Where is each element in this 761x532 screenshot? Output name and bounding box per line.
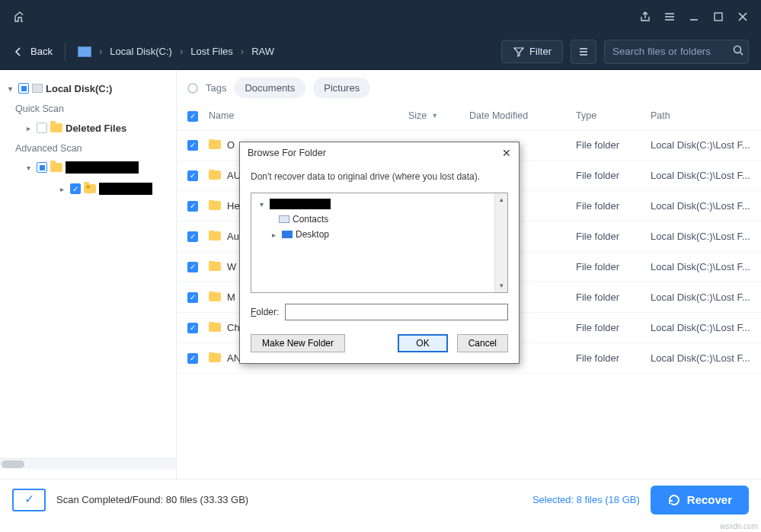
row-checkbox[interactable]: ✓ <box>187 201 198 212</box>
watermark: wsxdn.com <box>720 522 758 530</box>
share-button[interactable] <box>633 5 657 29</box>
folder-node-desktop[interactable]: ▸ Desktop <box>253 227 506 242</box>
row-checkbox[interactable]: ✓ <box>187 262 198 272</box>
row-name: W <box>227 261 236 272</box>
row-checkbox[interactable]: ✓ <box>187 323 198 333</box>
make-new-folder-button[interactable]: Make New Folder <box>251 334 345 352</box>
row-name: He <box>227 200 240 212</box>
crumb-2[interactable]: RAW <box>251 46 274 57</box>
row-name: Au <box>227 231 239 242</box>
back-button[interactable]: Back <box>12 46 53 58</box>
share-icon <box>639 11 651 23</box>
maximize-button[interactable] <box>706 5 731 29</box>
tree-root[interactable]: ▾ Local Disk(C:) <box>0 78 176 99</box>
ok-button[interactable]: OK <box>398 334 447 352</box>
chevron-right-icon[interactable]: ▸ <box>23 124 34 132</box>
funnel-icon <box>513 46 525 58</box>
col-size[interactable]: Size▼ <box>408 110 469 121</box>
folder-icon <box>209 292 221 301</box>
col-type[interactable]: Type <box>576 110 651 121</box>
row-checkbox[interactable]: ✓ <box>187 353 198 364</box>
search-button[interactable] <box>732 44 744 59</box>
advanced-scan-section: Advanced Scan <box>0 139 176 157</box>
minimize-button[interactable] <box>682 5 706 29</box>
chevron-right-icon[interactable]: ▸ <box>268 231 279 239</box>
quick-scan-section: Quick Scan <box>0 99 176 117</box>
row-type: File folder <box>576 352 651 364</box>
row-type: File folder <box>576 170 651 181</box>
checkbox[interactable]: ✓ <box>70 183 81 194</box>
close-icon <box>737 11 749 23</box>
tree-advanced-2[interactable]: ▸ ✓ <box>0 178 176 199</box>
search-icon <box>732 44 744 56</box>
tree-advanced-1[interactable]: ▾ <box>0 157 176 178</box>
disk-icon <box>78 46 91 57</box>
chevron-down-icon[interactable]: ▾ <box>23 164 34 172</box>
row-type: File folder <box>576 231 651 242</box>
dialog-title: Browse For Folder <box>248 148 326 158</box>
row-type: File folder <box>576 322 651 333</box>
tags-label: Tags <box>206 82 226 94</box>
home-button[interactable] <box>6 5 30 29</box>
row-checkbox[interactable]: ✓ <box>187 292 198 303</box>
chevron-down-icon[interactable]: ▾ <box>5 84 15 93</box>
status-bar: Scan Completed/Found: 80 files (33.33 GB… <box>0 479 761 520</box>
recover-button[interactable]: Recover <box>651 486 749 514</box>
viewmode-list-button[interactable] <box>571 40 596 64</box>
checkbox[interactable] <box>37 162 47 173</box>
select-all-checkbox[interactable]: ✓ <box>187 111 198 122</box>
cancel-button[interactable]: Cancel <box>457 334 508 352</box>
checkbox[interactable] <box>37 123 47 133</box>
row-path: Local Disk(C:)\Lost F... <box>651 322 750 333</box>
browse-folder-dialog: Browse For Folder ✕ Don't recover data t… <box>239 142 520 364</box>
row-type: File folder <box>576 139 651 151</box>
col-date[interactable]: Date Modified <box>469 110 576 121</box>
row-path: Local Disk(C:)\Lost F... <box>651 200 750 212</box>
folder-icon <box>209 323 221 332</box>
row-path: Local Disk(C:)\Lost F... <box>651 139 750 151</box>
crumb-1[interactable]: Lost Files <box>190 46 233 57</box>
minimize-icon <box>688 11 700 23</box>
row-name: Ch <box>227 322 240 333</box>
dialog-message: Don't recover data to original drive (wh… <box>251 171 508 182</box>
row-type: File folder <box>576 200 651 212</box>
col-name[interactable]: Name <box>209 110 408 121</box>
list-icon <box>577 46 590 58</box>
row-checkbox[interactable]: ✓ <box>187 231 198 242</box>
folder-icon <box>209 231 221 241</box>
row-path: Local Disk(C:)\Lost F... <box>651 352 750 364</box>
disk-icon <box>32 84 43 93</box>
row-checkbox[interactable]: ✓ <box>187 170 198 181</box>
arrow-left-icon <box>12 46 24 58</box>
row-path: Local Disk(C:)\Lost F... <box>651 261 750 272</box>
tree-scrollbar[interactable]: ▴▾ <box>494 193 507 292</box>
window-titlebar <box>0 0 761 33</box>
col-path[interactable]: Path <box>651 110 750 121</box>
dialog-close-button[interactable]: ✕ <box>502 147 511 159</box>
recover-label: Recover <box>687 493 732 506</box>
row-name: M <box>227 291 235 303</box>
row-checkbox[interactable]: ✓ <box>187 140 198 151</box>
tag-icon <box>187 83 198 94</box>
chevron-down-icon[interactable]: ▾ <box>256 200 267 209</box>
checkbox[interactable] <box>18 83 29 94</box>
search-input[interactable] <box>604 40 749 64</box>
crumb-0[interactable]: Local Disk(C:) <box>110 46 172 57</box>
folder-path-input[interactable] <box>285 304 508 320</box>
chevron-right-icon[interactable]: ▸ <box>56 185 67 193</box>
tag-documents[interactable]: Documents <box>234 78 305 98</box>
breadcrumb[interactable]: ›Local Disk(C:) ›Lost Files ›RAW <box>99 46 274 57</box>
node-label: Desktop <box>296 229 329 240</box>
redacted-label <box>66 161 139 174</box>
menu-button[interactable] <box>657 5 682 29</box>
selected-text: Selected: 8 files (18 GB) <box>532 494 640 505</box>
tag-pictures[interactable]: Pictures <box>313 78 370 98</box>
close-button[interactable] <box>731 5 755 29</box>
tree-deleted-files[interactable]: ▸ Deleted Files <box>0 117 176 139</box>
folder-tree[interactable]: ▾ Contacts ▸ Desktop ▴▾ <box>251 193 508 293</box>
filter-button[interactable]: Filter <box>501 40 563 63</box>
folder-node-contacts[interactable]: Contacts <box>253 212 506 227</box>
folder-icon <box>50 123 62 132</box>
row-path: Local Disk(C:)\Lost F... <box>651 231 750 242</box>
sidebar-scrollbar[interactable] <box>0 458 176 469</box>
